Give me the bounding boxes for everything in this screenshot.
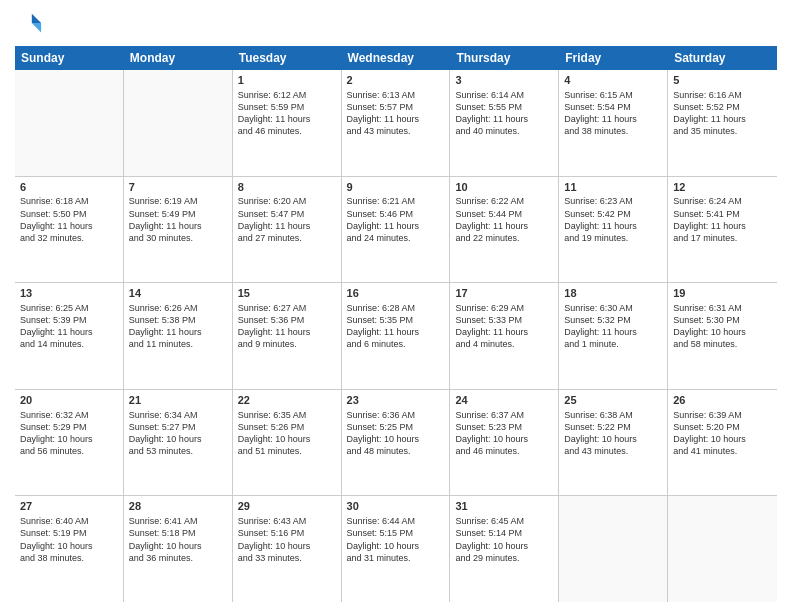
daylight-text: Daylight: 11 hours — [673, 113, 772, 125]
calendar-week-3: 13Sunrise: 6:25 AMSunset: 5:39 PMDayligh… — [15, 283, 777, 390]
daylight-text-2: and 58 minutes. — [673, 338, 772, 350]
sunset-text: Sunset: 5:25 PM — [347, 421, 445, 433]
calendar-cell: 14Sunrise: 6:26 AMSunset: 5:38 PMDayligh… — [124, 283, 233, 389]
day-number: 30 — [347, 499, 445, 514]
sunset-text: Sunset: 5:55 PM — [455, 101, 553, 113]
calendar-cell: 29Sunrise: 6:43 AMSunset: 5:16 PMDayligh… — [233, 496, 342, 602]
day-number: 7 — [129, 180, 227, 195]
sunrise-text: Sunrise: 6:26 AM — [129, 302, 227, 314]
day-of-week-sunday: Sunday — [15, 46, 124, 70]
daylight-text: Daylight: 11 hours — [673, 220, 772, 232]
sunset-text: Sunset: 5:20 PM — [673, 421, 772, 433]
calendar-cell: 7Sunrise: 6:19 AMSunset: 5:49 PMDaylight… — [124, 177, 233, 283]
daylight-text: Daylight: 11 hours — [564, 326, 662, 338]
sunrise-text: Sunrise: 6:19 AM — [129, 195, 227, 207]
daylight-text-2: and 51 minutes. — [238, 445, 336, 457]
header — [15, 10, 777, 38]
daylight-text: Daylight: 10 hours — [20, 540, 118, 552]
day-number: 4 — [564, 73, 662, 88]
sunset-text: Sunset: 5:46 PM — [347, 208, 445, 220]
logo — [15, 10, 47, 38]
daylight-text: Daylight: 11 hours — [238, 220, 336, 232]
sunset-text: Sunset: 5:23 PM — [455, 421, 553, 433]
calendar-cell — [124, 70, 233, 176]
calendar-cell: 1Sunrise: 6:12 AMSunset: 5:59 PMDaylight… — [233, 70, 342, 176]
daylight-text: Daylight: 10 hours — [20, 433, 118, 445]
calendar-cell: 15Sunrise: 6:27 AMSunset: 5:36 PMDayligh… — [233, 283, 342, 389]
day-number: 26 — [673, 393, 772, 408]
daylight-text: Daylight: 11 hours — [455, 220, 553, 232]
calendar-cell: 4Sunrise: 6:15 AMSunset: 5:54 PMDaylight… — [559, 70, 668, 176]
daylight-text-2: and 33 minutes. — [238, 552, 336, 564]
sunrise-text: Sunrise: 6:27 AM — [238, 302, 336, 314]
sunset-text: Sunset: 5:15 PM — [347, 527, 445, 539]
calendar-week-2: 6Sunrise: 6:18 AMSunset: 5:50 PMDaylight… — [15, 177, 777, 284]
daylight-text-2: and 56 minutes. — [20, 445, 118, 457]
daylight-text: Daylight: 10 hours — [238, 540, 336, 552]
daylight-text: Daylight: 10 hours — [455, 540, 553, 552]
sunrise-text: Sunrise: 6:41 AM — [129, 515, 227, 527]
daylight-text: Daylight: 11 hours — [238, 326, 336, 338]
calendar-week-1: 1Sunrise: 6:12 AMSunset: 5:59 PMDaylight… — [15, 70, 777, 177]
daylight-text: Daylight: 10 hours — [238, 433, 336, 445]
day-number: 6 — [20, 180, 118, 195]
calendar-cell — [668, 496, 777, 602]
calendar-cell: 6Sunrise: 6:18 AMSunset: 5:50 PMDaylight… — [15, 177, 124, 283]
sunrise-text: Sunrise: 6:14 AM — [455, 89, 553, 101]
daylight-text-2: and 43 minutes. — [347, 125, 445, 137]
sunrise-text: Sunrise: 6:45 AM — [455, 515, 553, 527]
sunset-text: Sunset: 5:57 PM — [347, 101, 445, 113]
svg-marker-0 — [32, 14, 41, 23]
calendar-cell: 11Sunrise: 6:23 AMSunset: 5:42 PMDayligh… — [559, 177, 668, 283]
daylight-text-2: and 17 minutes. — [673, 232, 772, 244]
sunrise-text: Sunrise: 6:34 AM — [129, 409, 227, 421]
calendar: SundayMondayTuesdayWednesdayThursdayFrid… — [15, 46, 777, 602]
sunset-text: Sunset: 5:32 PM — [564, 314, 662, 326]
day-number: 29 — [238, 499, 336, 514]
daylight-text: Daylight: 11 hours — [347, 220, 445, 232]
sunrise-text: Sunrise: 6:30 AM — [564, 302, 662, 314]
calendar-week-5: 27Sunrise: 6:40 AMSunset: 5:19 PMDayligh… — [15, 496, 777, 602]
day-number: 27 — [20, 499, 118, 514]
sunrise-text: Sunrise: 6:37 AM — [455, 409, 553, 421]
sunrise-text: Sunrise: 6:24 AM — [673, 195, 772, 207]
day-number: 2 — [347, 73, 445, 88]
day-of-week-thursday: Thursday — [450, 46, 559, 70]
sunset-text: Sunset: 5:33 PM — [455, 314, 553, 326]
daylight-text-2: and 46 minutes. — [455, 445, 553, 457]
sunrise-text: Sunrise: 6:44 AM — [347, 515, 445, 527]
sunrise-text: Sunrise: 6:23 AM — [564, 195, 662, 207]
daylight-text: Daylight: 10 hours — [129, 540, 227, 552]
daylight-text: Daylight: 11 hours — [129, 326, 227, 338]
day-number: 12 — [673, 180, 772, 195]
calendar-body: 1Sunrise: 6:12 AMSunset: 5:59 PMDaylight… — [15, 70, 777, 602]
sunrise-text: Sunrise: 6:15 AM — [564, 89, 662, 101]
day-number: 11 — [564, 180, 662, 195]
daylight-text: Daylight: 10 hours — [129, 433, 227, 445]
sunset-text: Sunset: 5:30 PM — [673, 314, 772, 326]
sunrise-text: Sunrise: 6:38 AM — [564, 409, 662, 421]
daylight-text: Daylight: 10 hours — [564, 433, 662, 445]
daylight-text: Daylight: 10 hours — [673, 433, 772, 445]
calendar-cell: 3Sunrise: 6:14 AMSunset: 5:55 PMDaylight… — [450, 70, 559, 176]
sunrise-text: Sunrise: 6:35 AM — [238, 409, 336, 421]
calendar-cell: 10Sunrise: 6:22 AMSunset: 5:44 PMDayligh… — [450, 177, 559, 283]
day-number: 15 — [238, 286, 336, 301]
calendar-cell — [15, 70, 124, 176]
sunset-text: Sunset: 5:14 PM — [455, 527, 553, 539]
sunset-text: Sunset: 5:19 PM — [20, 527, 118, 539]
daylight-text: Daylight: 11 hours — [347, 326, 445, 338]
daylight-text: Daylight: 11 hours — [20, 326, 118, 338]
sunset-text: Sunset: 5:44 PM — [455, 208, 553, 220]
day-number: 16 — [347, 286, 445, 301]
daylight-text-2: and 27 minutes. — [238, 232, 336, 244]
day-number: 22 — [238, 393, 336, 408]
calendar-cell: 16Sunrise: 6:28 AMSunset: 5:35 PMDayligh… — [342, 283, 451, 389]
day-number: 19 — [673, 286, 772, 301]
daylight-text: Daylight: 11 hours — [564, 113, 662, 125]
calendar-cell: 12Sunrise: 6:24 AMSunset: 5:41 PMDayligh… — [668, 177, 777, 283]
sunset-text: Sunset: 5:42 PM — [564, 208, 662, 220]
calendar-cell: 19Sunrise: 6:31 AMSunset: 5:30 PMDayligh… — [668, 283, 777, 389]
daylight-text-2: and 19 minutes. — [564, 232, 662, 244]
daylight-text-2: and 53 minutes. — [129, 445, 227, 457]
